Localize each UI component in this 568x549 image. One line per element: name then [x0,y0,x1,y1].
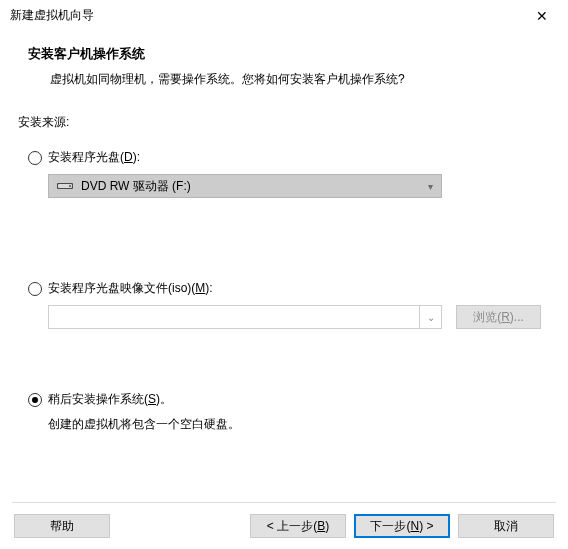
iso-path-text[interactable] [49,306,419,328]
header-description: 虚拟机如同物理机，需要操作系统。您将如何安装客户机操作系统? [28,71,556,88]
radio-disc-label: 安装程序光盘(D): [48,149,140,166]
radio-iso-label: 安装程序光盘映像文件(iso)(M): [48,280,213,297]
radio-row-disc[interactable]: 安装程序光盘(D): [18,149,550,166]
radio-row-iso[interactable]: 安装程序光盘映像文件(iso)(M): [18,280,550,297]
radio-disc[interactable] [28,151,42,165]
option-disc: 安装程序光盘(D): DVD RW 驱动器 (F:) ▾ [18,149,550,198]
next-button[interactable]: 下一步(N) > [354,514,450,538]
option-iso: 安装程序光盘映像文件(iso)(M): ⌄ 浏览(R)... [18,280,550,329]
close-icon: ✕ [536,8,548,24]
install-source-label: 安装来源: [18,114,550,131]
window-title: 新建虚拟机向导 [10,7,519,24]
wizard-body: 安装来源: 安装程序光盘(D): DVD RW 驱动器 (F:) ▾ [0,110,568,502]
svg-point-2 [69,185,71,187]
chevron-down-icon[interactable]: ⌄ [419,306,441,328]
radio-iso[interactable] [28,282,42,296]
disc-drive-selected: DVD RW 驱动器 (F:) [81,178,428,195]
disc-drive-dropdown[interactable]: DVD RW 驱动器 (F:) ▾ [48,174,442,198]
radio-later[interactable] [28,393,42,407]
radio-row-later[interactable]: 稍后安装操作系统(S)。 [18,391,550,408]
radio-later-label: 稍后安装操作系统(S)。 [48,391,172,408]
close-button[interactable]: ✕ [519,2,564,30]
browse-button[interactable]: 浏览(R)... [456,305,541,329]
titlebar: 新建虚拟机向导 ✕ [0,0,568,32]
disc-icon [57,181,73,191]
option-later-description: 创建的虚拟机将包含一个空白硬盘。 [18,416,550,433]
wizard-header: 安装客户机操作系统 虚拟机如同物理机，需要操作系统。您将如何安装客户机操作系统? [0,32,568,110]
wizard-window: 新建虚拟机向导 ✕ 安装客户机操作系统 虚拟机如同物理机，需要操作系统。您将如何… [0,0,568,549]
cancel-button[interactable]: 取消 [458,514,554,538]
back-button[interactable]: < 上一步(B) [250,514,346,538]
option-later: 稍后安装操作系统(S)。 创建的虚拟机将包含一个空白硬盘。 [18,391,550,433]
help-button[interactable]: 帮助 [14,514,110,538]
chevron-down-icon: ▾ [428,181,433,192]
wizard-footer: 帮助 < 上一步(B) 下一步(N) > 取消 [0,503,568,549]
header-title: 安装客户机操作系统 [28,46,556,63]
iso-path-input[interactable]: ⌄ [48,305,442,329]
